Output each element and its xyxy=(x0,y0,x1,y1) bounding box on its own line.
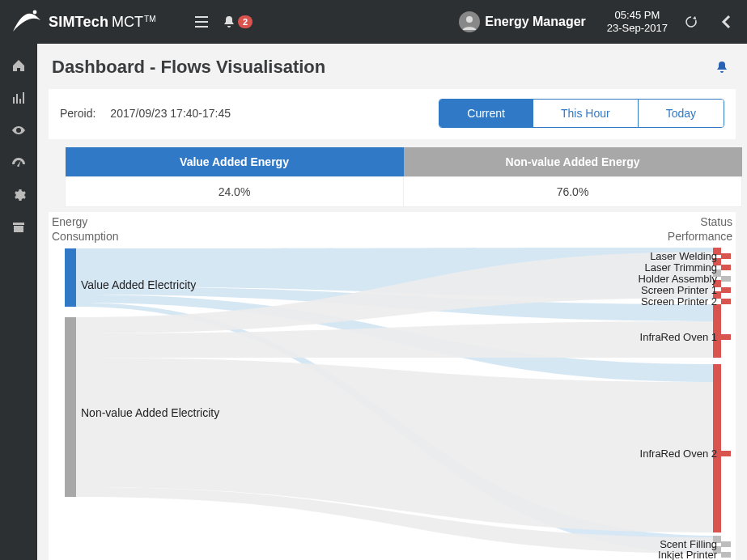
dst-infrared-oven-2: InfraRed Oven 2 xyxy=(640,448,731,460)
th-value-added: Value Added Energy xyxy=(66,147,404,177)
seg-hour[interactable]: This Hour xyxy=(533,100,638,127)
period-label: Peroid: xyxy=(60,107,95,120)
datetime: 05:45 PM 23-Sep-2017 xyxy=(607,9,668,36)
dst-inkjet-printer: Inkjet Printer xyxy=(658,549,731,560)
range-segmented: Current This Hour Today xyxy=(439,99,724,128)
page-bell-icon[interactable] xyxy=(715,60,729,74)
seg-today[interactable]: Today xyxy=(638,100,724,127)
bar-chart-icon[interactable] xyxy=(11,91,26,105)
archive-icon[interactable] xyxy=(11,220,26,235)
gear-icon[interactable] xyxy=(11,188,26,202)
brand: SIMTechMCTTM xyxy=(8,6,194,38)
sidebar xyxy=(0,44,37,560)
notification-badge: 2 xyxy=(238,15,253,28)
home-icon[interactable] xyxy=(11,58,26,73)
status-icon xyxy=(721,451,731,456)
status-icon xyxy=(721,299,731,304)
th-non-value-added: Non-value Added Energy xyxy=(404,147,742,177)
dst-infrared-oven-1: InfraRed Oven 1 xyxy=(640,331,731,343)
user-name: Energy Manager xyxy=(485,15,585,29)
hamburger-icon[interactable] xyxy=(194,15,209,29)
axis-right-2: Performance xyxy=(668,230,732,243)
brand-sub: MCT xyxy=(112,14,143,30)
period-value: 2017/09/23 17:40-17:45 xyxy=(110,107,231,120)
dst-holder-assembly: Holder Assembly xyxy=(638,273,731,285)
brand-main: SIMTech xyxy=(49,14,108,30)
brand-tm: TM xyxy=(144,15,155,23)
node-nva xyxy=(65,317,76,497)
status-icon xyxy=(721,265,731,270)
axis-left-2: Consumption xyxy=(52,230,119,243)
src-label-nva: Non-value Added Electricity xyxy=(81,406,219,419)
status-icon xyxy=(721,334,731,340)
axis-left-1: Energy xyxy=(52,215,87,228)
dst-laser-trimming: Laser Trimming xyxy=(644,261,731,274)
energy-table: Value Added Energy Non-value Added Energ… xyxy=(65,147,742,207)
topbar-left-controls: 2 xyxy=(194,15,253,29)
date: 23-Sep-2017 xyxy=(607,22,668,35)
td-value-added: 24.0% xyxy=(66,177,404,207)
filter-card: Peroid: 2017/09/23 17:40-17:45 Current T… xyxy=(49,89,736,139)
dst-screen-printer-1: Screen Printer 1 xyxy=(641,284,731,296)
bell-icon xyxy=(222,15,236,29)
sankey-chart: Energy Consumption Status Performance xyxy=(49,212,736,560)
gauge-icon[interactable] xyxy=(11,155,26,170)
sankey-svg xyxy=(49,244,736,560)
status-icon xyxy=(721,287,731,293)
avatar xyxy=(459,11,480,32)
page-title: Dashboard - Flows Visualisation xyxy=(52,57,325,78)
notifications[interactable]: 2 xyxy=(222,15,253,29)
td-non-value-added: 76.0% xyxy=(404,177,742,207)
logo-icon xyxy=(8,6,44,38)
status-icon xyxy=(721,276,731,282)
status-icon xyxy=(721,253,731,259)
dst-screen-printer-2: Screen Printer 2 xyxy=(641,295,731,308)
page-header: Dashboard - Flows Visualisation xyxy=(37,44,747,89)
user-menu[interactable]: Energy Manager xyxy=(459,11,585,32)
node-va xyxy=(65,248,76,307)
axis-right-1: Status xyxy=(700,215,732,228)
time: 05:45 PM xyxy=(607,9,668,22)
user-icon xyxy=(461,14,477,30)
eye-icon[interactable] xyxy=(11,123,26,138)
svg-point-1 xyxy=(466,16,473,23)
seg-current[interactable]: Current xyxy=(439,100,533,127)
status-icon xyxy=(721,552,731,558)
svg-point-0 xyxy=(33,11,37,15)
refresh-icon[interactable] xyxy=(684,15,698,29)
content: Dashboard - Flows Visualisation Peroid: … xyxy=(37,44,747,560)
src-label-va: Value Added Electricity xyxy=(81,278,196,291)
status-icon xyxy=(721,541,731,547)
topbar: SIMTechMCTTM 2 Energy Manager 05:45 PM 2… xyxy=(0,0,747,44)
chevron-left-icon[interactable] xyxy=(719,15,734,29)
dst-laser-welding: Laser Welding xyxy=(650,250,731,262)
